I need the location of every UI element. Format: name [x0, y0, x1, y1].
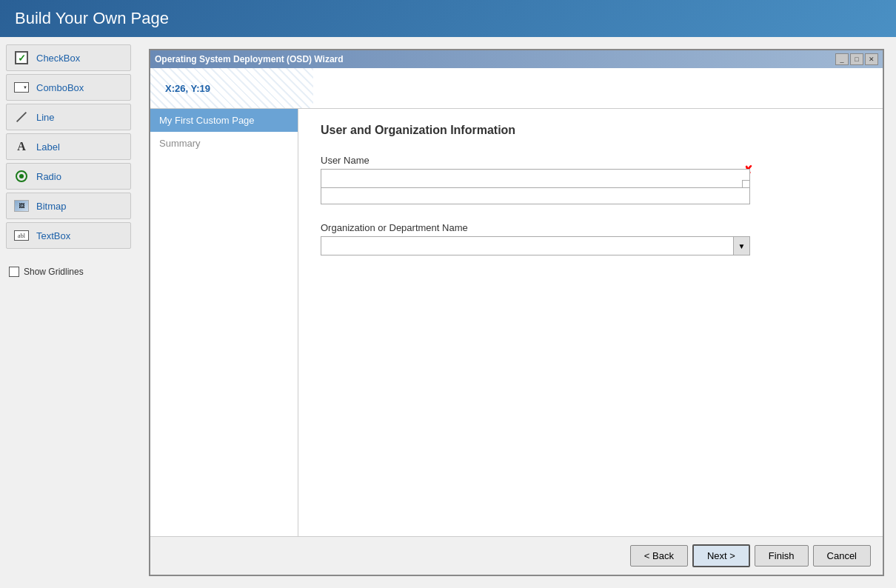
resize-handle[interactable]	[742, 180, 749, 187]
wizard-footer: < Back Next > Finish Cancel	[150, 536, 883, 575]
bitmap-icon: 🖼	[13, 197, 30, 215]
wizard-inner: My First Custom Page Summary User and Or…	[150, 109, 883, 536]
tool-combobox[interactable]: ▼ ComboBox	[6, 74, 131, 101]
tool-checkbox[interactable]: CheckBox	[6, 44, 131, 71]
gridlines-checkbox[interactable]	[9, 267, 19, 277]
username-label: User Name	[321, 155, 860, 166]
wizard-banner: X:26, Y:19	[150, 68, 883, 109]
content-wrapper: User and Organization Information User N…	[321, 124, 860, 521]
orgname-dropdown-button[interactable]: ▼	[734, 236, 750, 255]
wizard-content: User and Organization Information User N…	[298, 109, 883, 536]
finish-button[interactable]: Finish	[755, 545, 809, 567]
orgname-group: Organization or Department Name ▼	[321, 222, 860, 255]
gridlines-row[interactable]: Show Gridlines	[6, 264, 131, 280]
next-button[interactable]: Next >	[692, 544, 750, 567]
line-icon	[13, 108, 30, 126]
app-header: Build Your Own Page	[0, 0, 896, 37]
label-icon: A	[13, 138, 30, 156]
wizard-nav: My First Custom Page Summary	[150, 109, 298, 536]
tool-checkbox-label: CheckBox	[36, 53, 80, 64]
wizard-coordinates: X:26, Y:19	[165, 83, 210, 94]
close-button[interactable]: ✕	[865, 53, 878, 65]
maximize-button[interactable]: □	[850, 53, 863, 65]
nav-item-summary[interactable]: Summary	[150, 132, 298, 155]
minimize-button[interactable]: _	[835, 53, 849, 65]
wizard-window: Operating System Deployment (OSD) Wizard…	[149, 49, 884, 576]
checkbox-icon	[13, 49, 30, 67]
back-button[interactable]: < Back	[630, 545, 688, 567]
window-controls: _ □ ✕	[835, 53, 878, 65]
radio-icon	[13, 167, 30, 185]
tool-radio[interactable]: Radio	[6, 163, 131, 190]
tool-line[interactable]: Line	[6, 104, 131, 130]
username-group: User Name ✗	[321, 155, 860, 207]
tool-textbox-label: TextBox	[36, 230, 70, 241]
tool-label[interactable]: A Label	[6, 133, 131, 160]
wizard-area: Operating System Deployment (OSD) Wizard…	[137, 37, 896, 588]
section-title: User and Organization Information	[321, 124, 860, 137]
orgname-combobox-wrapper: ▼	[321, 236, 750, 255]
app-body: CheckBox ▼ ComboBox Line A Label	[0, 37, 896, 588]
combobox-icon: ▼	[13, 78, 30, 96]
tool-line-label: Line	[36, 112, 55, 123]
gridlines-label: Show Gridlines	[24, 267, 84, 277]
tool-radio-label: Radio	[36, 171, 61, 182]
wizard-title: Operating System Deployment (OSD) Wizard	[155, 54, 344, 64]
orgname-label: Organization or Department Name	[321, 222, 860, 233]
textbox-icon: abl	[13, 227, 30, 244]
tool-bitmap[interactable]: 🖼 Bitmap	[6, 193, 131, 219]
username-input-wrapper: ✗	[321, 169, 860, 207]
wizard-titlebar: Operating System Deployment (OSD) Wizard…	[150, 50, 883, 68]
cancel-button[interactable]: Cancel	[813, 545, 871, 567]
tool-bitmap-label: Bitmap	[36, 201, 66, 212]
orgname-input[interactable]	[321, 236, 734, 255]
tool-textbox[interactable]: abl TextBox	[6, 222, 131, 249]
app-title: Build Your Own Page	[15, 9, 881, 28]
nav-item-custom-page[interactable]: My First Custom Page	[150, 109, 298, 132]
tool-combobox-label: ComboBox	[36, 82, 84, 93]
toolbox-panel: CheckBox ▼ ComboBox Line A Label	[0, 37, 137, 588]
tool-label-label: Label	[36, 141, 60, 153]
